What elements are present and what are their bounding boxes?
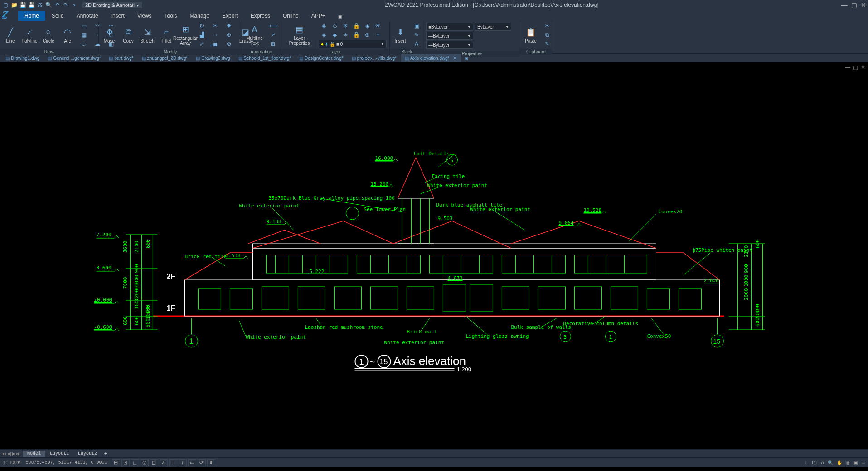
stretch-button[interactable]: ⇲Stretch <box>140 26 155 44</box>
status-annoscale[interactable]: 1 : 100▼ <box>3 460 21 465</box>
status-ucs-icon[interactable]: ⟂ <box>805 460 807 465</box>
qat-new-icon[interactable]: ▢ <box>2 1 9 9</box>
block-create-icon[interactable]: ▣ <box>412 22 422 30</box>
toggle-dyn[interactable]: + <box>179 459 187 466</box>
close-button[interactable]: ✕ <box>861 1 866 9</box>
viewport-close-icon[interactable]: ✕ <box>861 64 865 71</box>
qat-saveas-icon[interactable]: 💾 <box>28 1 35 9</box>
toggle-model[interactable]: ▭ <box>188 459 196 466</box>
status-zoom-icon[interactable]: 🔍 <box>828 460 833 465</box>
draw-ellipse-icon[interactable]: ⬭ <box>79 40 89 48</box>
circle-button[interactable]: ○Circle <box>41 26 56 44</box>
filetab-1[interactable]: ▤General ...gement.dwg* <box>44 55 104 62</box>
layout-tab-2[interactable]: Layout2 <box>73 451 102 457</box>
tab-tools[interactable]: Tools <box>158 11 184 21</box>
qat-plot-icon[interactable]: 🖨 <box>36 1 44 9</box>
toggle-grid[interactable]: ⊞ <box>112 459 120 466</box>
arc-button[interactable]: ◠Arc <box>60 26 75 44</box>
copyclip-icon[interactable]: ⧉ <box>542 31 552 39</box>
viewport-minimize-icon[interactable]: — <box>845 64 850 71</box>
extend-icon[interactable]: → <box>210 31 220 39</box>
layer-state-icon[interactable]: ◈ <box>362 22 372 30</box>
status-iso-icon[interactable]: ▣ <box>853 460 858 465</box>
drawing-canvas[interactable]: — ▢ ✕ .gr{stroke:#00ff00;fill:none;strok… <box>0 62 868 449</box>
break-icon[interactable]: ⊘ <box>224 40 234 48</box>
toggle-snap[interactable]: ⊡ <box>121 459 130 466</box>
explode-icon[interactable]: ✸ <box>224 22 234 30</box>
status-scale-combo[interactable]: 1:1 <box>811 460 817 465</box>
scale-icon[interactable]: ⤢ <box>197 40 207 48</box>
qat-undo-icon[interactable]: ↶ <box>53 1 61 9</box>
layer-match-icon[interactable]: ≡ <box>373 31 383 39</box>
copy-button[interactable]: ⧉Copy <box>121 26 136 44</box>
tab-solid[interactable]: Solid <box>45 11 70 21</box>
ribbon-collapse-icon[interactable]: ▣ <box>332 13 349 21</box>
maximize-button[interactable]: ▢ <box>851 1 857 9</box>
app-logo-icon[interactable]: Ꙁ <box>2 9 7 19</box>
join-icon[interactable]: ⊕ <box>224 31 234 39</box>
status-anno-icon[interactable]: A <box>821 460 824 465</box>
minimize-button[interactable]: — <box>841 1 848 9</box>
layout-prev-icon[interactable]: ◀ <box>7 451 11 456</box>
rotate-icon[interactable]: ↻ <box>197 22 207 30</box>
filetab-5[interactable]: ▤Schoold_1st_floor.dwg* <box>235 55 295 62</box>
filetab-4[interactable]: ▤Drawing2.dwg <box>192 55 233 62</box>
color-combo[interactable]: ■ ByLayer▼ <box>426 23 473 31</box>
tab-insert[interactable]: Insert <box>105 11 131 21</box>
layer-merge-icon[interactable]: ⊕ <box>362 31 372 39</box>
matchprop-icon[interactable]: ✎ <box>542 40 552 48</box>
toggle-otrack[interactable]: ∠ <box>160 459 168 466</box>
filetab-2[interactable]: ▤part.dwg* <box>105 55 137 62</box>
qat-redo-icon[interactable]: ↷ <box>62 1 69 9</box>
layout-first-icon[interactable]: ⏮ <box>2 451 6 456</box>
fillet-button[interactable]: ⌐Fillet <box>159 26 174 44</box>
close-tab-icon[interactable]: ✕ <box>453 55 457 61</box>
layer-uniso-icon[interactable]: ◈ <box>319 31 329 39</box>
move-button[interactable]: ✥Move <box>102 26 117 44</box>
block-attr-icon[interactable]: A <box>412 40 422 48</box>
toggle-more[interactable]: ⬇ <box>207 459 215 466</box>
viewport-maximize-icon[interactable]: ▢ <box>853 64 858 71</box>
dim-linear-icon[interactable]: ⟷ <box>268 22 278 30</box>
qat-more-icon[interactable]: ▼ <box>71 1 78 9</box>
paste-button[interactable]: 📋Paste <box>523 26 538 44</box>
draw-rect-icon[interactable]: ▭ <box>79 22 89 30</box>
lineweight-combo[interactable]: — ByLayer▼ <box>426 32 473 40</box>
qat-open-icon[interactable]: 📁 <box>10 1 18 9</box>
cut-icon[interactable]: ✂ <box>542 22 552 30</box>
toggle-osnap[interactable]: ◻ <box>150 459 158 466</box>
polyline-button[interactable]: ⟋Polyline <box>22 26 37 44</box>
new-tab-button[interactable]: ▣ <box>461 55 471 62</box>
block-edit-icon[interactable]: ✎ <box>412 31 422 39</box>
toggle-lwt[interactable]: ≡ <box>169 459 177 466</box>
filetab-7[interactable]: ▤project-...-villa.dwg* <box>348 55 400 62</box>
mirror-icon[interactable]: ▟ <box>197 31 207 39</box>
layer-walk-icon[interactable]: 👁 <box>373 22 383 30</box>
layer-unlock-icon[interactable]: 🔓 <box>351 31 361 39</box>
tab-views[interactable]: Views <box>131 11 158 21</box>
filetab-3[interactable]: ▤zhuangpei_2D.dwg* <box>138 55 192 62</box>
draw-hatch-icon[interactable]: ▦ <box>79 31 89 39</box>
tab-export[interactable]: Export <box>216 11 244 21</box>
insert-button[interactable]: ⬇Insert <box>393 26 408 44</box>
filetab-6[interactable]: ▤DesignCenter.dwg* <box>296 55 347 62</box>
layout-last-icon[interactable]: ⏭ <box>16 451 21 456</box>
linetype-combo[interactable]: — ByLayer▼ <box>426 41 473 49</box>
toggle-cycle[interactable]: ⟳ <box>198 459 206 466</box>
tab-online[interactable]: Online <box>276 11 305 21</box>
layer-thaw-icon[interactable]: ☀ <box>340 31 350 39</box>
mtext-button[interactable]: AMultiline Text <box>245 23 264 47</box>
layout-add-icon[interactable]: + <box>102 451 110 456</box>
plotstyle-combo[interactable]: ByLayer▼ <box>475 23 511 31</box>
tab-express[interactable]: Express <box>244 11 276 21</box>
layer-lock-icon[interactable]: 🔒 <box>351 22 361 30</box>
array-button[interactable]: ⊞Rectangular Array <box>178 23 193 47</box>
tab-manage[interactable]: Manage <box>184 11 216 21</box>
status-clean-icon[interactable]: ▭ <box>861 460 865 465</box>
tab-app[interactable]: APP+ <box>305 11 332 21</box>
qat-save-icon[interactable]: 💾 <box>19 1 26 9</box>
offset-icon[interactable]: ≣ <box>210 40 220 48</box>
leader-icon[interactable]: ↗ <box>268 31 278 39</box>
table-icon[interactable]: ⊞ <box>268 40 278 48</box>
qat-preview-icon[interactable]: 🔍 <box>45 1 52 9</box>
